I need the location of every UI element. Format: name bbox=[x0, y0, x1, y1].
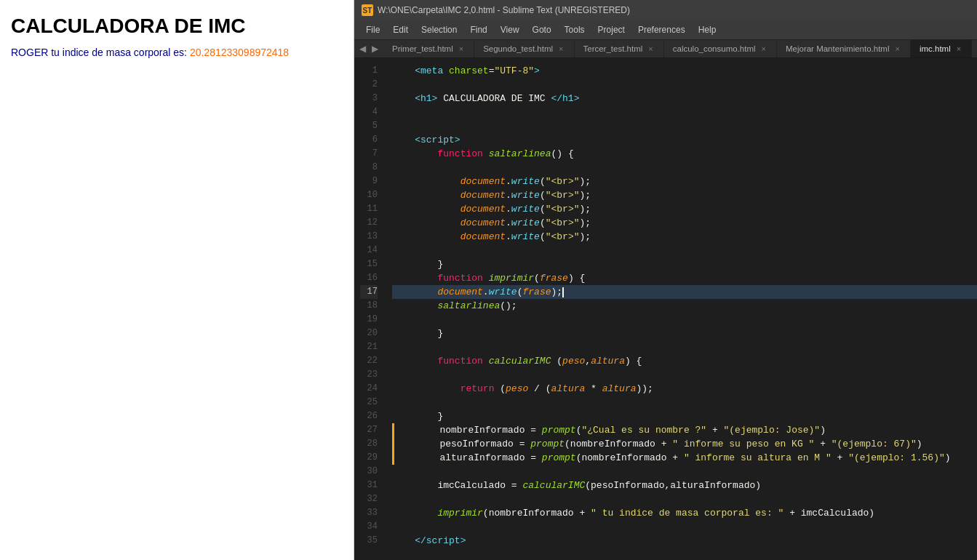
code-line-10: document.write("<br>"); bbox=[392, 188, 977, 202]
menu-preferences[interactable]: Preferences bbox=[632, 23, 691, 37]
tab-calculo-consumo[interactable]: calculo_consumo.html × bbox=[664, 40, 777, 57]
code-line-5 bbox=[392, 119, 977, 133]
page-title: CALCULADORA DE IMC bbox=[11, 15, 343, 38]
code-line-26: } bbox=[392, 409, 977, 423]
line-num-15: 15 bbox=[360, 257, 378, 271]
editor-area[interactable]: 1 2 3 4 5 6 7 8 9 10 11 12 13 14 15 16 1… bbox=[354, 58, 977, 560]
line-num-21: 21 bbox=[360, 340, 378, 354]
line-num-20: 20 bbox=[360, 327, 378, 340]
line-num-14: 14 bbox=[360, 244, 378, 257]
line-num-3: 3 bbox=[360, 92, 378, 105]
code-line-15: } bbox=[392, 257, 977, 271]
line-num-22: 22 bbox=[360, 354, 378, 368]
code-line-1: <meta charset="UTF-8"> bbox=[392, 64, 977, 78]
code-line-19 bbox=[392, 313, 977, 327]
tab-close-icon[interactable]: × bbox=[762, 44, 766, 53]
line-num-26: 26 bbox=[360, 409, 378, 423]
code-line-8 bbox=[392, 161, 977, 175]
menu-project[interactable]: Project bbox=[592, 23, 631, 37]
tab-label: imc.html bbox=[920, 44, 951, 53]
menu-find[interactable]: Find bbox=[464, 23, 493, 37]
code-line-29: alturaInformado = prompt(nombreInformado… bbox=[392, 451, 977, 465]
code-line-31: imcCalculado = calcularIMC(pesoInformado… bbox=[392, 479, 977, 492]
line-num-5: 5 bbox=[360, 119, 378, 133]
line-num-30: 30 bbox=[360, 465, 378, 479]
code-line-30 bbox=[392, 465, 977, 479]
tab-close-icon[interactable]: × bbox=[957, 44, 961, 53]
result-text: ROGER tu indice de masa corporal es: 20.… bbox=[11, 47, 343, 58]
tab-extra[interactable]: p... bbox=[972, 40, 977, 57]
tab-label: calculo_consumo.html bbox=[673, 44, 756, 53]
title-text: W:\ONE\Carpeta\IMC 2,0.html - Sublime Te… bbox=[378, 5, 630, 15]
code-line-3: <h1> CALCULADORA DE IMC </h1> bbox=[392, 92, 977, 105]
line-num-9: 9 bbox=[360, 175, 378, 188]
tab-close-icon[interactable]: × bbox=[896, 44, 900, 53]
code-line-33: imprimir(nombreInformado + " tu indice d… bbox=[392, 506, 977, 520]
tab-close-icon[interactable]: × bbox=[459, 44, 463, 53]
line-num-24: 24 bbox=[360, 382, 378, 396]
line-num-17: 17 bbox=[360, 285, 378, 299]
tab-label: Tercer_test.html bbox=[583, 44, 643, 53]
code-line-25 bbox=[392, 396, 977, 409]
app-icon: ST bbox=[362, 4, 373, 16]
menu-selection[interactable]: Selection bbox=[415, 23, 463, 37]
menu-edit[interactable]: Edit bbox=[387, 23, 414, 37]
line-num-8: 8 bbox=[360, 161, 378, 175]
result-label: ROGER tu indice de masa corporal es: bbox=[11, 47, 190, 58]
code-line-27: nombreInformado = prompt("¿Cual es su no… bbox=[392, 423, 977, 437]
line-num-6: 6 bbox=[360, 133, 378, 147]
line-num-18: 18 bbox=[360, 299, 378, 313]
menu-goto[interactable]: Goto bbox=[527, 23, 557, 37]
tab-close-icon[interactable]: × bbox=[559, 44, 563, 53]
code-line-24: return (peso / (altura * altura)); bbox=[392, 382, 977, 396]
tab-primer-test[interactable]: Primer_test.html × bbox=[383, 40, 474, 57]
line-num-4: 4 bbox=[360, 105, 378, 119]
code-content[interactable]: <meta charset="UTF-8"> <h1> CALCULADORA … bbox=[386, 58, 977, 560]
code-line-11: document.write("<br>"); bbox=[392, 202, 977, 216]
browser-output-panel: CALCULADORA DE IMC ROGER tu indice de ma… bbox=[0, 0, 354, 560]
code-line-18: saltarlinea(); bbox=[392, 299, 977, 313]
menu-view[interactable]: View bbox=[495, 23, 525, 37]
code-line-7: function saltarlinea() { bbox=[392, 147, 977, 161]
line-num-33: 33 bbox=[360, 506, 378, 520]
line-num-28: 28 bbox=[360, 437, 378, 451]
line-num-32: 32 bbox=[360, 492, 378, 506]
tab-next-button[interactable]: ▶ bbox=[370, 44, 380, 54]
code-line-34 bbox=[392, 520, 977, 534]
tab-close-icon[interactable]: × bbox=[648, 44, 653, 53]
menu-tools[interactable]: Tools bbox=[559, 23, 591, 37]
line-num-7: 7 bbox=[360, 147, 378, 161]
title-bar: ST W:\ONE\Carpeta\IMC 2,0.html - Sublime… bbox=[354, 0, 977, 20]
menu-file[interactable]: File bbox=[360, 23, 386, 37]
tab-label: Segundo_test.html bbox=[483, 44, 553, 53]
code-line-17: document.write(frase); bbox=[392, 285, 977, 299]
tab-label: Mejorar Mantenimiento.html bbox=[786, 44, 890, 53]
tab-imc[interactable]: imc.html × bbox=[911, 40, 972, 57]
result-value: 20.281233098972418 bbox=[190, 47, 289, 58]
code-line-20: } bbox=[392, 327, 977, 340]
tab-segundo-test[interactable]: Segundo_test.html × bbox=[474, 40, 574, 57]
menu-help[interactable]: Help bbox=[693, 23, 722, 37]
line-num-27: 27 bbox=[360, 423, 378, 437]
code-line-2 bbox=[392, 78, 977, 92]
line-num-29: 29 bbox=[360, 451, 378, 465]
code-line-4 bbox=[392, 105, 977, 119]
code-line-23 bbox=[392, 368, 977, 382]
code-line-16: function imprimir(frase) { bbox=[392, 271, 977, 285]
line-num-35: 35 bbox=[360, 534, 378, 548]
line-num-16: 16 bbox=[360, 271, 378, 285]
code-line-22: function calcularIMC (peso,altura) { bbox=[392, 354, 977, 368]
line-num-12: 12 bbox=[360, 216, 378, 230]
line-num-10: 10 bbox=[360, 188, 378, 202]
code-line-9: document.write("<br>"); bbox=[392, 175, 977, 188]
line-num-19: 19 bbox=[360, 313, 378, 327]
tab-navigation: ◀ ▶ bbox=[354, 40, 383, 57]
tab-prev-button[interactable]: ◀ bbox=[357, 44, 368, 54]
code-line-13: document.write("<br>"); bbox=[392, 230, 977, 244]
tab-mejorar-mantenimiento[interactable]: Mejorar Mantenimiento.html × bbox=[777, 40, 911, 57]
tab-bar: ◀ ▶ Primer_test.html × Segundo_test.html… bbox=[354, 40, 977, 58]
line-num-25: 25 bbox=[360, 396, 378, 409]
tab-tercer-test[interactable]: Tercer_test.html × bbox=[575, 40, 664, 57]
code-line-6: <script> bbox=[392, 133, 977, 147]
line-num-1: 1 bbox=[360, 64, 378, 78]
